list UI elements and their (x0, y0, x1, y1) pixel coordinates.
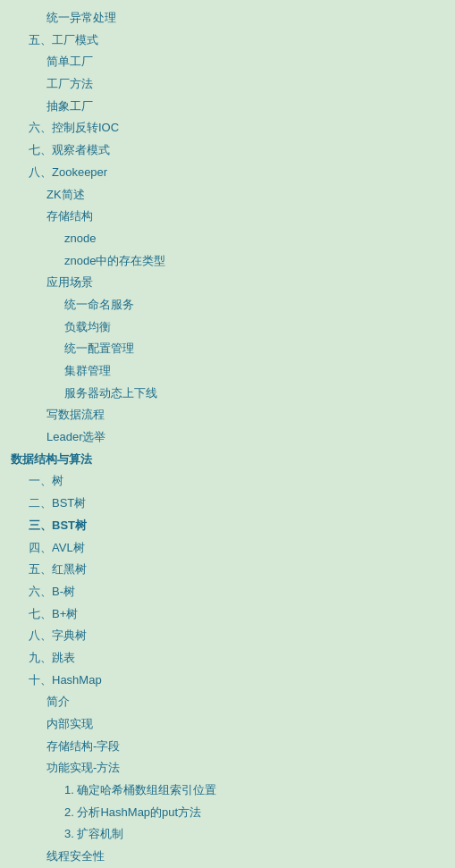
toc-item-33[interactable]: 存储结构-字段 (11, 736, 444, 758)
toc-item-24[interactable]: 四、AVL树 (11, 537, 444, 560)
toc-item-26[interactable]: 六、B-树 (11, 581, 444, 603)
toc-item-0[interactable]: 统一异常处理 (11, 7, 444, 29)
toc-item-28[interactable]: 八、字典树 (11, 625, 444, 647)
toc-item-10[interactable]: znode (11, 228, 444, 250)
toc-item-18[interactable]: 写数据流程 (11, 404, 444, 426)
toc-item-5[interactable]: 六、控制反转IOC (11, 117, 444, 139)
toc-item-3[interactable]: 工厂方法 (11, 73, 444, 96)
toc-item-6[interactable]: 七、观察者模式 (11, 139, 444, 162)
toc-item-37[interactable]: 3. 扩容机制 (11, 823, 444, 846)
toc-item-25[interactable]: 五、红黑树 (11, 559, 444, 581)
toc-item-36[interactable]: 2. 分析HashMap的put方法 (11, 802, 444, 824)
toc-item-34[interactable]: 功能实现-方法 (11, 757, 444, 780)
toc-item-2[interactable]: 简单工厂 (11, 51, 444, 73)
toc-item-20[interactable]: 数据结构与算法 (11, 449, 444, 471)
toc-item-38[interactable]: 线程安全性 (11, 846, 444, 868)
toc-item-1[interactable]: 五、工厂模式 (11, 29, 444, 52)
toc-item-12[interactable]: 应用场景 (11, 272, 444, 294)
toc-item-29[interactable]: 九、跳表 (11, 647, 444, 670)
toc-item-8[interactable]: ZK简述 (11, 184, 444, 206)
toc-item-23[interactable]: 三、BST树 (11, 515, 444, 537)
toc-item-16[interactable]: 集群管理 (11, 360, 444, 383)
toc-container: 统一异常处理五、工厂模式简单工厂工厂方法抽象工厂六、控制反转IOC七、观察者模式… (11, 7, 444, 868)
toc-item-15[interactable]: 统一配置管理 (11, 338, 444, 360)
toc-item-19[interactable]: Leader选举 (11, 426, 444, 449)
toc-item-9[interactable]: 存储结构 (11, 206, 444, 228)
toc-item-27[interactable]: 七、B+树 (11, 603, 444, 626)
toc-item-22[interactable]: 二、BST树 (11, 493, 444, 515)
toc-item-21[interactable]: 一、树 (11, 470, 444, 493)
toc-item-14[interactable]: 负载均衡 (11, 316, 444, 339)
toc-item-4[interactable]: 抽象工厂 (11, 96, 444, 118)
toc-item-13[interactable]: 统一命名服务 (11, 294, 444, 316)
toc-item-17[interactable]: 服务器动态上下线 (11, 383, 444, 405)
toc-item-31[interactable]: 简介 (11, 691, 444, 713)
toc-item-30[interactable]: 十、HashMap (11, 670, 444, 692)
toc-item-11[interactable]: znode中的存在类型 (11, 250, 444, 273)
toc-item-7[interactable]: 八、Zookeeper (11, 162, 444, 184)
toc-item-35[interactable]: 1. 确定哈希桶数组组索引位置 (11, 780, 444, 802)
toc-item-32[interactable]: 内部实现 (11, 713, 444, 736)
